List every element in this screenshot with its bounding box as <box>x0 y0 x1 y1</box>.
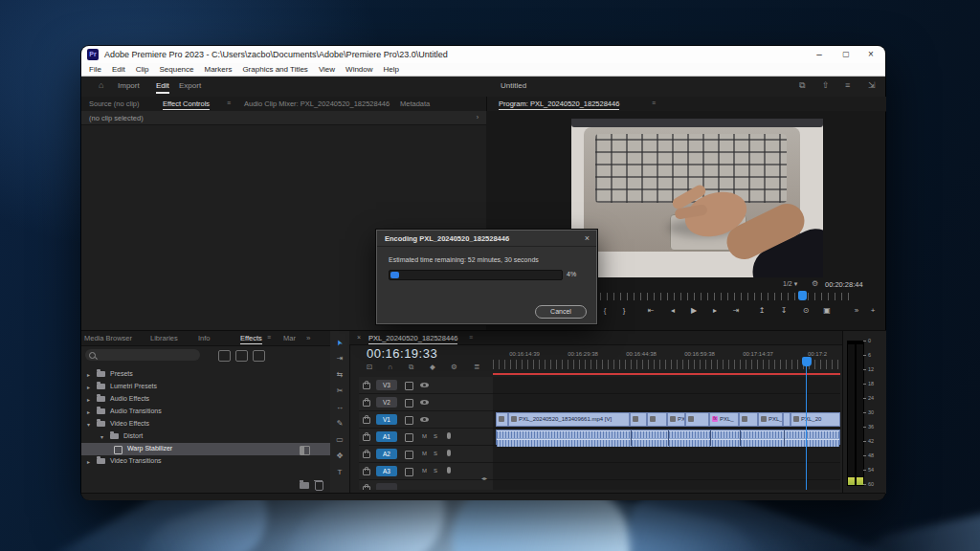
close-button[interactable]: × <box>858 46 883 63</box>
tab-export[interactable]: Export <box>179 81 201 90</box>
program-video-frame[interactable] <box>571 119 823 277</box>
toggle-track-output-eye-icon[interactable] <box>420 383 429 387</box>
timeline-clip[interactable]: PXL_20 <box>791 412 840 427</box>
menu-sequence[interactable]: Sequence <box>159 65 193 74</box>
sync-lock-icon[interactable] <box>405 451 413 459</box>
tab-libraries[interactable]: Libraries <box>150 334 178 342</box>
pen-tool[interactable]: ✎ <box>330 416 349 431</box>
solo-button[interactable]: S <box>434 451 437 456</box>
close-sequence-icon[interactable]: × <box>357 334 361 341</box>
track-target-v1[interactable]: V1 <box>376 414 397 425</box>
razor-tool[interactable]: ✂ <box>330 384 349 399</box>
cancel-button[interactable]: Cancel <box>535 305 587 319</box>
lift-button[interactable]: ↥ <box>755 306 768 315</box>
tab-edit[interactable]: Edit <box>156 81 169 94</box>
mark-out-button[interactable]: } <box>617 306 631 315</box>
timeline-clip[interactable] <box>783 412 791 427</box>
lock-icon[interactable] <box>363 417 370 424</box>
track-target-v2[interactable]: V2 <box>376 397 397 408</box>
tab-overflow-icon[interactable]: » <box>306 334 310 342</box>
solo-button[interactable]: S <box>434 433 437 439</box>
workspaces-menu-icon[interactable]: ≡ <box>845 80 850 90</box>
tree-item-warp-stabilizer[interactable]: Warp Stabilizer <box>81 443 330 455</box>
track-target-a3[interactable]: A3 <box>376 466 397 476</box>
add-marker-icon[interactable]: ◆ <box>430 363 435 371</box>
voiceover-mic-icon[interactable] <box>447 467 451 474</box>
voiceover-mic-icon[interactable] <box>447 450 451 456</box>
chevron-expanded-icon[interactable]: ▾ <box>100 433 103 440</box>
track-target-a2[interactable]: A2 <box>376 449 397 459</box>
toggle-track-output-eye-icon[interactable] <box>420 417 429 422</box>
track-header-mix[interactable] <box>359 480 493 490</box>
sync-lock-icon[interactable] <box>405 399 413 408</box>
filter-accelerated-effects-icon[interactable] <box>218 350 231 362</box>
tab-source-monitor[interactable]: Source (no clip) <box>89 99 140 108</box>
track-select-tool[interactable]: ⇥ <box>330 351 349 366</box>
timeline-settings-icon[interactable]: ⚙ <box>451 363 457 371</box>
track-header-v3[interactable]: V3 <box>359 377 493 394</box>
tab-program-monitor[interactable]: Program: PXL_20240520_182528446 <box>499 99 619 110</box>
tree-item-presets[interactable]: ▸ Presets <box>81 368 330 381</box>
add-button-icon[interactable]: + <box>866 306 880 315</box>
lock-icon[interactable] <box>363 486 370 490</box>
track-header-a1[interactable]: A1 M S <box>359 429 493 446</box>
extract-button[interactable]: ↧ <box>777 306 791 315</box>
nested-sequence-icon[interactable]: ⊡ <box>367 363 372 371</box>
home-icon[interactable]: ⌂ <box>99 80 103 90</box>
tab-audio-clip-mixer[interactable]: Audio Clip Mixer: PXL_20240520_182528446 <box>244 99 390 108</box>
tab-sequence[interactable]: PXL_20240520_182528446 <box>368 334 457 344</box>
tab-import[interactable]: Import <box>118 81 140 90</box>
track-target-v3[interactable]: V3 <box>376 380 397 390</box>
tab-media-browser[interactable]: Media Browser <box>84 334 132 342</box>
track-header-a3[interactable]: A3 M S <box>359 463 493 480</box>
menu-edit[interactable]: Edit <box>112 65 125 74</box>
chevron-collapsed-icon[interactable]: ▸ <box>87 384 90 390</box>
step-forward-button[interactable]: ▸ <box>708 306 722 315</box>
delete-icon[interactable] <box>315 481 323 491</box>
menu-clip[interactable]: Clip <box>136 65 149 74</box>
chevron-collapsed-icon[interactable]: ▸ <box>87 458 90 465</box>
lock-icon[interactable] <box>363 434 370 441</box>
tree-item-lumetri-presets[interactable]: ▸ Lumetri Presets <box>81 381 330 393</box>
solo-button[interactable]: S <box>434 468 437 474</box>
mute-button[interactable]: M <box>422 433 427 439</box>
sync-lock-icon[interactable] <box>405 382 413 390</box>
timeline-playhead-timecode[interactable]: 00:16:19:33 <box>367 346 437 361</box>
panel-menu-icon[interactable]: ≡ <box>227 99 231 106</box>
tree-item-audio-effects[interactable]: ▸ Audio Effects <box>81 393 330 406</box>
track-header-v2[interactable]: V2 <box>359 394 493 411</box>
hand-tool[interactable]: ✥ <box>330 449 349 464</box>
tab-effects[interactable]: Effects <box>240 334 262 344</box>
chevron-right-icon[interactable]: › <box>477 114 479 121</box>
rectangle-tool[interactable]: ▭ <box>330 432 349 448</box>
sync-lock-icon[interactable] <box>405 416 413 425</box>
export-frame-button[interactable]: ⊙ <box>799 306 813 315</box>
timeline-clip[interactable]: PXL <box>667 412 685 427</box>
panel-menu-icon[interactable]: ≡ <box>267 334 271 341</box>
tab-effect-controls[interactable]: Effect Controls <box>163 99 210 110</box>
timeline-clip[interactable] <box>647 412 667 427</box>
lock-icon[interactable] <box>363 469 370 475</box>
mute-button[interactable]: M <box>422 451 427 456</box>
step-back-button[interactable]: ◂ <box>666 306 679 315</box>
program-playhead[interactable] <box>798 291 807 300</box>
menu-window[interactable]: Window <box>345 65 372 74</box>
chevron-collapsed-icon[interactable]: ▸ <box>87 408 90 415</box>
chevron-expanded-icon[interactable]: ▾ <box>87 421 90 428</box>
filter-yuv-effects-icon[interactable] <box>253 350 265 362</box>
program-settings-wrench-icon[interactable]: ⚙ <box>812 279 818 288</box>
tree-item-audio-transitions[interactable]: ▸ Audio Transitions <box>81 406 330 418</box>
panel-menu-icon[interactable]: ≡ <box>652 99 656 106</box>
window-titlebar[interactable]: Pr Adobe Premiere Pro 2023 - C:\Users\za… <box>81 46 885 63</box>
tree-item-video-transitions[interactable]: ▸ Video Transitions <box>81 455 330 468</box>
type-tool[interactable]: T <box>330 465 349 480</box>
timeline-playhead-marker[interactable] <box>802 357 812 366</box>
frame-io-icon[interactable]: ⧉ <box>799 80 805 91</box>
filter-32bit-effects-icon[interactable] <box>235 350 248 362</box>
tab-metadata[interactable]: Metadata <box>400 99 430 108</box>
track-header-v1[interactable]: V1 <box>359 411 493 429</box>
timeline-clip-main[interactable]: PXL_20240520_183409661.mp4 [V] <box>508 412 630 427</box>
minimize-button[interactable]: – <box>807 46 832 63</box>
timeline-clip[interactable] <box>496 412 508 427</box>
menu-graphics-titles[interactable]: Graphics and Titles <box>242 65 307 74</box>
